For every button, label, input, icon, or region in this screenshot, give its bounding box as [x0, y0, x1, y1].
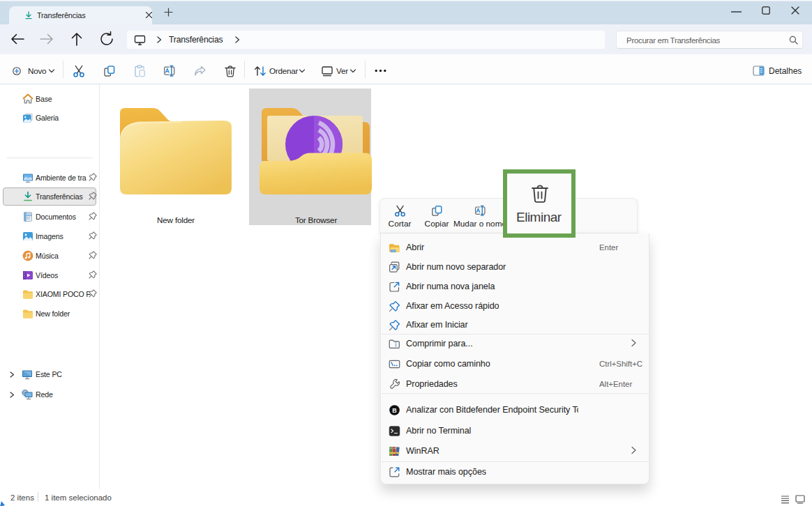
svg-text:B: B	[392, 406, 397, 413]
